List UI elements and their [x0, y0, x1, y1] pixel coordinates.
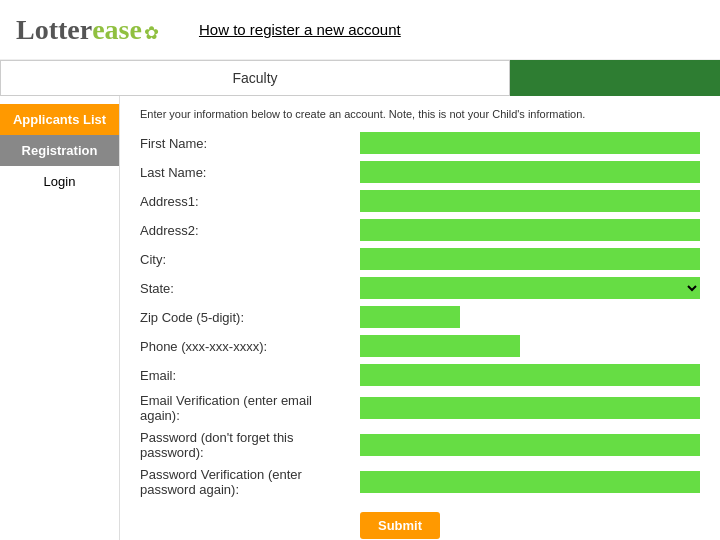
field-row-email: Email: — [140, 364, 700, 386]
field-row-address1: Address1: — [140, 190, 700, 212]
logo: Lotterease✿ — [16, 14, 159, 46]
sidebar-item-applicants-list[interactable]: Applicants List — [0, 104, 119, 135]
field-row-state: State: AL AK CA NY TX — [140, 277, 700, 299]
input-email[interactable] — [360, 364, 700, 386]
input-password-verify[interactable] — [360, 471, 700, 493]
field-row-first-name: First Name: — [140, 132, 700, 154]
field-row-password-verify: Password Verification (enter password ag… — [140, 467, 700, 497]
field-row-address2: Address2: — [140, 219, 700, 241]
form-note: Enter your information below to create a… — [140, 108, 700, 120]
nav-faculty[interactable]: Faculty — [0, 60, 510, 96]
input-city[interactable] — [360, 248, 700, 270]
nav-bar: Faculty — [0, 60, 720, 96]
sidebar: Applicants List Registration Login — [0, 96, 120, 540]
field-row-password: Password (don't forget this password): — [140, 430, 700, 460]
register-link[interactable]: How to register a new account — [199, 21, 401, 38]
header: Lotterease✿ How to register a new accoun… — [0, 0, 720, 60]
submit-button[interactable]: Submit — [360, 512, 440, 539]
label-first-name: First Name: — [140, 136, 360, 151]
input-address2[interactable] — [360, 219, 700, 241]
label-zip: Zip Code (5-digit): — [140, 310, 360, 325]
label-password-verify: Password Verification (enter password ag… — [140, 467, 360, 497]
input-zip[interactable] — [360, 306, 460, 328]
content-area: Enter your information below to create a… — [120, 96, 720, 540]
label-last-name: Last Name: — [140, 165, 360, 180]
label-email-verify: Email Verification (enter email again): — [140, 393, 360, 423]
logo-ease: ease — [92, 14, 142, 46]
input-last-name[interactable] — [360, 161, 700, 183]
field-row-last-name: Last Name: — [140, 161, 700, 183]
field-row-email-verify: Email Verification (enter email again): — [140, 393, 700, 423]
input-phone[interactable] — [360, 335, 520, 357]
sidebar-item-login[interactable]: Login — [0, 166, 119, 197]
select-state[interactable]: AL AK CA NY TX — [360, 277, 700, 299]
logo-lotter: Lotter — [16, 14, 92, 46]
input-password[interactable] — [360, 434, 700, 456]
label-city: City: — [140, 252, 360, 267]
field-row-city: City: — [140, 248, 700, 270]
main-layout: Applicants List Registration Login Enter… — [0, 96, 720, 540]
input-email-verify[interactable] — [360, 397, 700, 419]
label-state: State: — [140, 281, 360, 296]
label-email: Email: — [140, 368, 360, 383]
label-address1: Address1: — [140, 194, 360, 209]
input-address1[interactable] — [360, 190, 700, 212]
submit-row: Submit — [140, 504, 700, 539]
logo-star-icon: ✿ — [144, 22, 159, 44]
input-first-name[interactable] — [360, 132, 700, 154]
sidebar-item-registration[interactable]: Registration — [0, 135, 119, 166]
label-address2: Address2: — [140, 223, 360, 238]
nav-right-panel — [510, 60, 720, 96]
label-password: Password (don't forget this password): — [140, 430, 360, 460]
field-row-zip: Zip Code (5-digit): — [140, 306, 700, 328]
label-phone: Phone (xxx-xxx-xxxx): — [140, 339, 360, 354]
field-row-phone: Phone (xxx-xxx-xxxx): — [140, 335, 700, 357]
